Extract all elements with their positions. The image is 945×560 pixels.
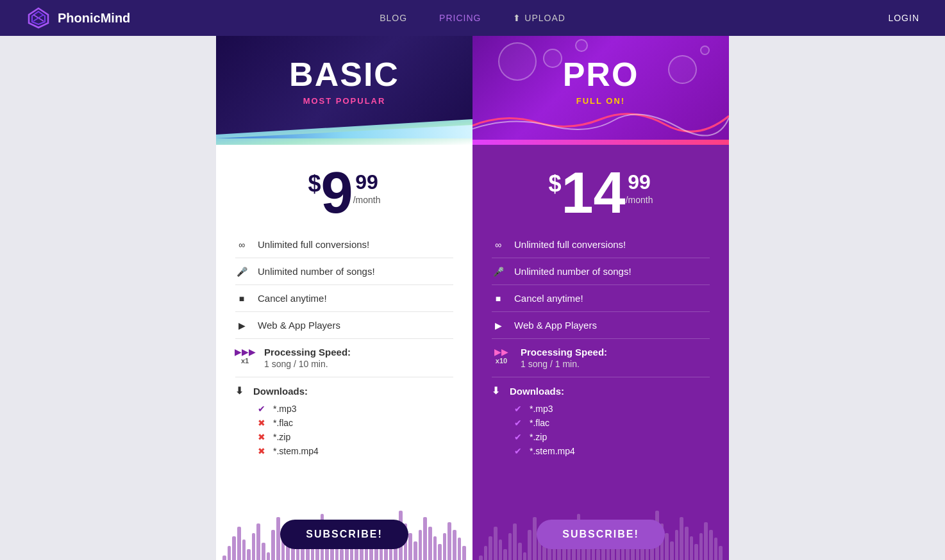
- pro-format-3: *.stem.mp4: [530, 446, 575, 456]
- basic-multiplier: x1: [241, 357, 249, 365]
- basic-price-period: /month: [353, 195, 381, 205]
- play-icon: ▶: [235, 320, 248, 331]
- vis-bar: [232, 536, 236, 560]
- basic-header: BASIC MOST POPULAR: [216, 36, 472, 145]
- vis-bar: [709, 530, 713, 560]
- pro-card: PRO FULL ON! $ 14 99 /month ∞ Unlimited …: [472, 36, 729, 560]
- basic-feature-text-2: Cancel anytime!: [258, 293, 327, 304]
- vis-bar: [247, 549, 251, 560]
- basic-download-3: ✖ *.stem.mp4: [235, 444, 453, 458]
- basic-price-section: $ 9 99 /month: [216, 145, 472, 231]
- basic-arrows-icon: ▶▶▶: [235, 347, 256, 357]
- vis-bar: [222, 556, 226, 560]
- vis-bar: [252, 533, 256, 560]
- pro-multiplier: x10: [496, 357, 507, 365]
- basic-feature-text-0: Unlimited full conversions!: [258, 239, 369, 250]
- pro-subtitle: FULL ON!: [485, 96, 716, 106]
- basic-feature-0: ∞ Unlimited full conversions!: [235, 231, 453, 258]
- basic-price-main: 9: [321, 164, 353, 222]
- vis-bar: [503, 549, 507, 560]
- vis-bar: [408, 533, 412, 560]
- vis-bar: [262, 543, 265, 560]
- nav-login[interactable]: LOGIN: [888, 13, 919, 23]
- vis-bar: [596, 549, 600, 560]
- pro-check-icon-0: ✔: [514, 404, 522, 414]
- vis-bar: [433, 536, 437, 560]
- pro-card-bottom: SUBSCRIBE!: [472, 466, 729, 560]
- basic-feature-2: ■ Cancel anytime!: [235, 285, 453, 312]
- basic-price-cents: 99: [353, 172, 381, 192]
- logo-icon: [26, 5, 51, 31]
- infinity-icon: ∞: [235, 240, 248, 250]
- nav-links: BLOG PRICING ⬆ UPLOAD: [380, 13, 565, 23]
- nav-blog[interactable]: BLOG: [380, 13, 407, 23]
- pro-price-main: 14: [562, 164, 626, 222]
- pro-feature-0: ∞ Unlimited full conversions!: [492, 231, 710, 258]
- basic-subscribe-button[interactable]: SUBSCRIBE!: [280, 520, 408, 549]
- pro-download-1: ✔ *.flac: [492, 416, 710, 430]
- stop-icon: ■: [235, 293, 248, 304]
- pro-processing-detail: 1 song / 1 min.: [521, 359, 710, 369]
- pricing-section: BASIC MOST POPULAR $ 9 99 /month ∞ Unlim…: [0, 36, 945, 560]
- pro-downloads: ⬇ Downloads: ✔ *.mp3 ✔ *.flac ✔ *.zip ✔: [492, 377, 710, 466]
- logo-link[interactable]: PhonicMind: [26, 5, 130, 31]
- vis-bar: [423, 517, 427, 560]
- vis-bar: [719, 546, 723, 560]
- vis-bar: [513, 523, 517, 560]
- pro-header: PRO FULL ON!: [472, 36, 729, 145]
- pro-stop-icon: ■: [492, 293, 505, 304]
- vis-bar: [453, 530, 456, 560]
- vis-bar: [714, 538, 718, 560]
- vis-bar: [528, 530, 531, 560]
- vis-bar: [694, 544, 698, 560]
- pro-price-section: $ 14 99 /month: [472, 145, 729, 231]
- basic-download-2: ✖ *.zip: [235, 430, 453, 444]
- basic-format-1: *.flac: [273, 418, 293, 428]
- vis-bar: [494, 527, 498, 560]
- vis-bar: [670, 541, 674, 560]
- pro-features: ∞ Unlimited full conversions! 🎤 Unlimite…: [472, 231, 729, 466]
- vis-bar: [256, 523, 260, 560]
- pro-download-3: ✔ *.stem.mp4: [492, 444, 710, 458]
- pro-check-icon-1: ✔: [514, 418, 522, 428]
- vis-bar: [438, 544, 442, 560]
- nav-pricing[interactable]: PRICING: [439, 13, 481, 23]
- basic-format-0: *.mp3: [273, 404, 297, 414]
- basic-card-bottom: SUBSCRIBE!: [216, 466, 472, 560]
- vis-bar: [458, 538, 462, 560]
- cross-icon-1: ✖: [258, 418, 265, 428]
- vis-bar: [680, 517, 683, 560]
- pro-download-0: ✔ *.mp3: [492, 402, 710, 416]
- pro-processing-title: Processing Speed:: [521, 347, 710, 358]
- basic-download-1: ✖ *.flac: [235, 416, 453, 430]
- basic-feature-1: 🎤 Unlimited number of songs!: [235, 258, 453, 285]
- vis-bar: [489, 536, 492, 560]
- pro-arrows-icon: ▶▶: [494, 347, 508, 357]
- basic-downloads-title: ⬇ Downloads:: [235, 385, 453, 397]
- pro-feature-text-3: Web & App Players: [514, 320, 597, 331]
- basic-card: BASIC MOST POPULAR $ 9 99 /month ∞ Unlim…: [216, 36, 472, 560]
- vis-bar: [499, 539, 503, 560]
- nav-upload[interactable]: ⬆ UPLOAD: [513, 13, 565, 23]
- vis-bar: [242, 539, 246, 560]
- vis-bar: [340, 549, 344, 560]
- vis-bar: [484, 546, 488, 560]
- vis-bar: [414, 541, 417, 560]
- vis-bar: [228, 546, 231, 560]
- basic-subtitle: MOST POPULAR: [229, 96, 460, 106]
- pro-download-icon: ⬇: [492, 385, 500, 397]
- pro-price-dollar: $: [549, 170, 562, 197]
- pro-feature-1: 🎤 Unlimited number of songs!: [492, 258, 710, 285]
- vis-bar: [443, 533, 447, 560]
- pro-subscribe-button[interactable]: SUBSCRIBE!: [537, 520, 665, 549]
- basic-processing-detail: 1 song / 10 min.: [264, 359, 453, 369]
- navbar: PhonicMind BLOG PRICING ⬆ UPLOAD LOGIN: [0, 0, 945, 36]
- vis-bar: [665, 533, 669, 560]
- vis-bar: [699, 533, 703, 560]
- pro-price-period: /month: [626, 195, 653, 205]
- check-icon-0: ✔: [258, 404, 265, 414]
- vis-bar: [704, 522, 708, 560]
- vis-bar: [447, 522, 451, 560]
- pro-check-icon-3: ✔: [514, 446, 522, 456]
- basic-downloads: ⬇ Downloads: ✔ *.mp3 ✖ *.flac ✖ *.zip ✖: [235, 377, 453, 466]
